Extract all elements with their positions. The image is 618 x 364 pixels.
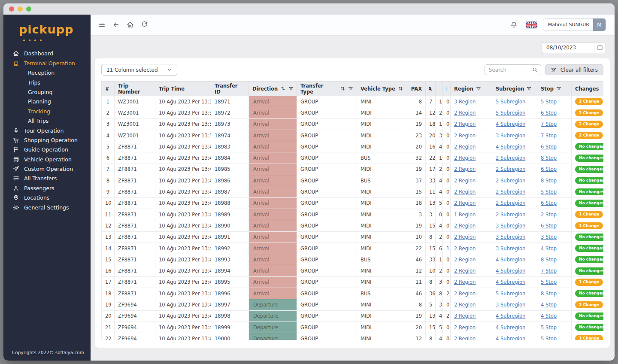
- table-row[interactable]: 3WZ300110 Ağu 2023 Per 13:5018973Arrival…: [102, 118, 604, 130]
- subregion-link[interactable]: 2 Subregion: [496, 178, 525, 184]
- search-input[interactable]: [486, 67, 532, 73]
- table-row[interactable]: 21ZF969410 Ağu 2023 Per 13:4518999Depart…: [102, 322, 604, 333]
- sidebar-item-shopping-operation[interactable]: Shopping Operation: [3, 135, 91, 145]
- table-row[interactable]: 6ZF887110 Ağu 2023 Per 13:4518984Arrival…: [102, 152, 604, 164]
- stop-link[interactable]: 7 Stop: [541, 133, 557, 139]
- subregion-link[interactable]: 4 Subregion: [496, 121, 525, 127]
- clear-filters-button[interactable]: Clear all filters: [545, 64, 603, 75]
- window-close-button[interactable]: [9, 6, 14, 12]
- table-row[interactable]: 13ZF887110 Ağu 2023 Per 13:4518991Arriva…: [102, 231, 604, 243]
- subregion-link[interactable]: 4 Subregion: [496, 144, 525, 150]
- subregion-link[interactable]: 4 Subregion: [496, 325, 525, 331]
- stop-link[interactable]: 6 Stop: [541, 110, 557, 116]
- filter-icon[interactable]: [527, 86, 532, 91]
- table-row[interactable]: 11ZF887110 Ağu 2023 Per 13:4518989Arriva…: [102, 209, 604, 220]
- stop-link[interactable]: 5 Stop: [541, 189, 557, 195]
- stop-link[interactable]: 5 Stop: [541, 325, 557, 331]
- back-button[interactable]: [110, 18, 122, 31]
- sidebar-item-general-settings[interactable]: General Settings: [3, 203, 91, 212]
- table-row[interactable]: 17ZF887110 Ağu 2023 Per 13:4518995Arriva…: [102, 276, 604, 288]
- region-link[interactable]: 2 Region: [454, 155, 476, 161]
- calendar-icon-button[interactable]: [594, 42, 606, 53]
- subregion-link[interactable]: 4 Subregion: [496, 257, 525, 263]
- subregion-link[interactable]: 5 Subregion: [496, 99, 525, 105]
- subregion-link[interactable]: 2 Subregion: [496, 200, 525, 206]
- subregion-link[interactable]: 4 Subregion: [496, 313, 525, 319]
- table-row[interactable]: 22ZF969410 Ağu 2023 Per 13:4519000Depart…: [102, 333, 604, 340]
- stop-link[interactable]: 4 Stop: [541, 313, 557, 319]
- sort-icon[interactable]: [398, 86, 403, 91]
- subregion-link[interactable]: 2 Subregion: [496, 166, 525, 172]
- sidebar-item-grouping[interactable]: Grouping: [3, 87, 91, 97]
- sidebar-item-tour-operation[interactable]: Tour Operation: [3, 126, 91, 135]
- user-menu[interactable]: Mahmut SUNGUR M: [543, 18, 606, 31]
- region-link[interactable]: 2 Region: [454, 200, 476, 206]
- stop-link[interactable]: 8 Stop: [541, 291, 557, 297]
- stop-link[interactable]: 6 Stop: [541, 166, 557, 172]
- subregion-link[interactable]: 2 Subregion: [496, 212, 525, 218]
- app-logo[interactable]: pickupp: [3, 15, 91, 36]
- table-row[interactable]: 16ZF887110 Ağu 2023 Per 13:4518994Arriva…: [102, 265, 604, 276]
- column-header-vehicle-type[interactable]: Vehicle Type: [357, 82, 407, 96]
- region-link[interactable]: 2 Region: [454, 325, 476, 331]
- sort-icon[interactable]: [340, 86, 345, 91]
- column-header-transfer-type[interactable]: Transfer Type: [297, 82, 357, 96]
- region-link[interactable]: 2 Region: [454, 246, 476, 252]
- table-row[interactable]: 12ZF887110 Ağu 2023 Per 13:4518990Arriva…: [102, 220, 604, 231]
- table-row[interactable]: 5ZF887110 Ağu 2023 Per 13:4518983Arrival…: [102, 141, 604, 152]
- sidebar-item-vehicle-operation[interactable]: Vehicle Operation: [3, 155, 91, 164]
- subregion-link[interactable]: 3 Subregion: [496, 133, 525, 139]
- stop-link[interactable]: 7 Stop: [541, 121, 557, 127]
- region-link[interactable]: 2 Region: [454, 121, 476, 127]
- subregion-link[interactable]: 3 Subregion: [496, 234, 525, 240]
- subregion-link[interactable]: 5 Subregion: [496, 291, 525, 297]
- stop-link[interactable]: 5 Stop: [541, 336, 557, 340]
- region-link[interactable]: 2 Region: [454, 110, 476, 116]
- stop-link[interactable]: 4 Stop: [541, 302, 557, 308]
- window-minimize-button[interactable]: [18, 6, 23, 12]
- filter-icon[interactable]: [288, 86, 293, 91]
- column-select-dropdown[interactable]: 11 Column selected: [101, 64, 177, 76]
- stop-link[interactable]: 6 Stop: [541, 200, 557, 206]
- region-link[interactable]: 1 Region: [454, 212, 476, 218]
- sidebar-item-terminal-operation[interactable]: Terminal Operation: [3, 58, 91, 68]
- table-row[interactable]: 2WZ300110 Ağu 2023 Per 13:5018972Arrival…: [102, 107, 604, 118]
- table-row[interactable]: 7ZF887110 Ağu 2023 Per 13:4518985Arrival…: [102, 164, 604, 175]
- table-row[interactable]: 9ZF887110 Ağu 2023 Per 13:4518987Arrival…: [102, 186, 604, 197]
- stop-link[interactable]: 7 Stop: [541, 268, 557, 274]
- region-link[interactable]: 2 Region: [454, 302, 476, 308]
- region-link[interactable]: 2 Region: [454, 178, 476, 184]
- column-header-direction[interactable]: Direction: [249, 82, 297, 96]
- region-link[interactable]: 2 Region: [454, 279, 476, 285]
- sidebar-item-reception[interactable]: Reception: [3, 68, 91, 77]
- subregion-link[interactable]: 4 Subregion: [496, 268, 525, 274]
- table-row[interactable]: 10ZF887110 Ağu 2023 Per 13:4518988Arriva…: [102, 197, 604, 209]
- filter-icon[interactable]: [348, 86, 353, 91]
- region-link[interactable]: 2 Region: [454, 268, 476, 274]
- home-button[interactable]: [124, 18, 136, 31]
- filter-icon[interactable]: [476, 86, 481, 91]
- stop-link[interactable]: 6 Stop: [541, 223, 557, 229]
- subregion-link[interactable]: 4 Subregion: [496, 336, 525, 340]
- subregion-link[interactable]: 2 Subregion: [496, 189, 525, 195]
- region-link[interactable]: 2 Region: [454, 133, 476, 139]
- region-link[interactable]: 2 Region: [454, 234, 476, 240]
- table-row[interactable]: 4WZ300110 Ağu 2023 Per 13:5018974Arrival…: [102, 130, 604, 141]
- stop-link[interactable]: 5 Stop: [541, 99, 557, 105]
- stop-link[interactable]: 2 Stop: [541, 212, 557, 218]
- stop-link[interactable]: 4 Stop: [541, 246, 557, 252]
- region-link[interactable]: 3 Region: [454, 99, 476, 105]
- region-link[interactable]: 2 Region: [454, 144, 476, 150]
- sidebar-item-guide-operation[interactable]: Guide Operation: [3, 145, 91, 155]
- sidebar-item-all-transfers[interactable]: All Transfers: [3, 174, 91, 183]
- menu-toggle-button[interactable]: [96, 18, 108, 31]
- subregion-link[interactable]: 3 Subregion: [496, 302, 525, 308]
- region-link[interactable]: 2 Region: [454, 336, 476, 340]
- table-row[interactable]: 15ZF887110 Ağu 2023 Per 13:4518993Arriva…: [102, 254, 604, 265]
- subregion-link[interactable]: 4 Subregion: [496, 279, 525, 285]
- sidebar-item-tracking[interactable]: Tracking: [3, 106, 91, 116]
- sidebar-item-planning[interactable]: Planning: [3, 97, 91, 106]
- table-row[interactable]: 1WZ300110 Ağu 2023 Per 13:5018971Arrival…: [102, 96, 604, 107]
- sidebar-item-locations[interactable]: Locations: [3, 193, 91, 203]
- sidebar-item-trips[interactable]: Trips: [3, 78, 91, 87]
